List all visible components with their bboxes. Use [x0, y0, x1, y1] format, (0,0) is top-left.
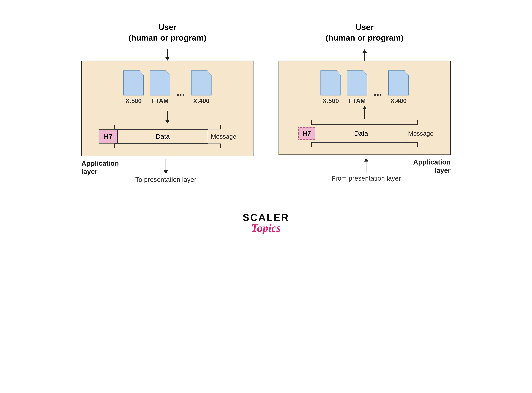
right-user-arrow: [362, 49, 367, 61]
arrow-head: [165, 120, 170, 123]
left-inner-arrow: [165, 111, 170, 123]
right-bracket-top: [311, 120, 418, 125]
right-from-presentation-label: From presentation layer: [332, 175, 401, 182]
right-file-x500: X.500: [320, 70, 341, 104]
left-data-cell: Data: [118, 130, 208, 143]
left-bracket-bottom: [114, 143, 221, 148]
arrow-head-up-bottom: [364, 158, 368, 162]
file-label-ftam-r: FTAM: [349, 97, 366, 104]
file-label-x500-r: X.500: [322, 97, 339, 104]
arrow-line: [166, 159, 166, 170]
bracket-br-corner-r: [417, 142, 418, 147]
left-bracket-top: [114, 125, 221, 129]
right-file-ftam: FTAM: [347, 70, 367, 104]
left-h7-cell: H7: [99, 130, 118, 143]
left-diagram: User (human or program) X.500 FTAM ...: [81, 22, 254, 183]
right-h7-cell-dashed: H7: [298, 128, 315, 140]
left-dots: ...: [176, 87, 185, 101]
right-arrow-label-group: From presentation layer: [319, 158, 413, 182]
right-message-area: H7 Data Message: [288, 120, 441, 147]
file-shape-x400-r: [388, 70, 409, 95]
left-message-row: H7 Data: [99, 129, 208, 143]
right-message-wrapper: H7 Data Message: [296, 125, 433, 142]
right-app-layer-label: Application layer: [413, 158, 451, 175]
file-shape-x400: [191, 70, 212, 95]
left-user-arrow: [165, 49, 170, 61]
left-file-x400: X.400: [191, 70, 212, 104]
topics-text: Topics: [251, 222, 281, 235]
arrow-head-up: [362, 49, 367, 53]
arrow-line: [364, 53, 365, 61]
file-label-x500: X.500: [125, 97, 142, 104]
left-file-ftam: FTAM: [150, 70, 170, 104]
arrow-line-bottom: [366, 162, 366, 172]
bracket-bottom-line: [115, 143, 220, 144]
arrow-head: [165, 57, 170, 61]
right-bottom-arrow: [364, 158, 368, 172]
left-user-label: User (human or program): [129, 22, 206, 43]
left-message-area: H7 Data Message: [91, 125, 244, 148]
bracket-right-corner-r: [417, 120, 418, 125]
right-bracket-bottom: [311, 142, 418, 147]
right-data-cell: Data: [317, 125, 405, 142]
bracket-br-corner: [220, 143, 221, 148]
arrow-head-up-inner: [362, 106, 367, 109]
left-to-presentation-label: To presentation layer: [135, 176, 196, 183]
right-application-box: X.500 FTAM ... X.400: [278, 61, 451, 155]
left-application-box: X.500 FTAM ... X.400: [81, 61, 254, 156]
scaler-text: SCALER: [243, 211, 289, 223]
file-label-ftam: FTAM: [152, 97, 169, 104]
bracket-bottom-line-r: [312, 142, 417, 143]
left-below-box: Application layer To presentation layer: [81, 159, 254, 183]
left-app-layer-label: Application layer: [81, 159, 119, 176]
left-message-wrapper: H7 Data Message: [99, 129, 236, 143]
right-files-row: X.500 FTAM ... X.400: [320, 70, 409, 104]
bracket-bl-corner-r: [311, 142, 312, 147]
right-h7-container: H7: [296, 125, 317, 142]
file-label-x400-r: X.400: [390, 97, 407, 104]
file-shape-ftam-r: [347, 70, 367, 95]
bracket-bl-corner: [114, 143, 115, 148]
left-files-row: X.500 FTAM ... X.400: [123, 70, 211, 104]
file-label-x400: X.400: [193, 97, 210, 104]
file-shape-x500: [123, 70, 144, 95]
arrow-line: [167, 111, 168, 120]
file-shape-x500-r: [320, 70, 341, 95]
right-file-x400: X.400: [388, 70, 409, 104]
scaler-brand: SCALER Topics: [243, 211, 289, 235]
right-user-label: User (human or program): [326, 22, 404, 43]
arrow-line-inner: [364, 109, 365, 119]
right-inner-arrow: [362, 106, 367, 119]
right-dots: ...: [374, 87, 382, 101]
arrow-line: [167, 49, 168, 57]
right-below-box: From presentation layer Application laye…: [278, 158, 451, 182]
main-diagrams-container: User (human or program) X.500 FTAM ...: [81, 22, 451, 183]
right-diagram: User (human or program) X.500 FTAM ...: [278, 22, 451, 182]
bracket-left-corner-r: [311, 120, 312, 125]
arrow-head: [164, 170, 168, 174]
left-file-x500: X.500: [123, 70, 144, 104]
file-shape-ftam: [150, 70, 170, 95]
left-message-label: Message: [211, 133, 236, 140]
left-bottom-arrow: [164, 159, 168, 174]
right-message-row: H7 Data: [296, 125, 405, 142]
bracket-left-corner: [114, 125, 115, 129]
bracket-right-corner: [220, 125, 221, 129]
left-arrow-label-group: To presentation layer: [119, 159, 213, 183]
right-message-label: Message: [408, 130, 433, 137]
